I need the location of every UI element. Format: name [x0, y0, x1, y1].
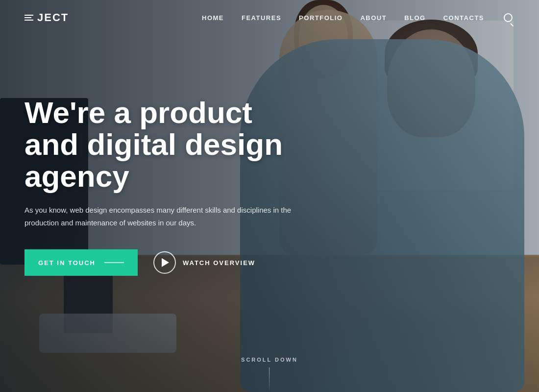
logo-line-1 — [24, 15, 33, 16]
play-triangle-icon — [162, 258, 169, 267]
nav-portfolio[interactable]: PORTFOLIO — [299, 14, 343, 22]
hero-title-line2: and digital design agency — [24, 127, 283, 193]
site-header: JECT HOME FEATURES PORTFOLIO ABOUT BLOG … — [0, 0, 539, 35]
cta-video-label: WATCH OVERVIEW — [183, 259, 255, 267]
logo[interactable]: JECT — [24, 11, 69, 24]
hero-section: JECT HOME FEATURES PORTFOLIO ABOUT BLOG … — [0, 0, 539, 392]
nav-contacts[interactable]: CONTACTS — [443, 14, 484, 22]
nav-blog[interactable]: BLOG — [404, 14, 426, 22]
scroll-line-decoration — [270, 368, 270, 392]
scroll-down-label: SCROLL DOWN — [241, 357, 298, 363]
cta-primary-label: GET IN TOUCH — [38, 259, 96, 267]
logo-line-3 — [24, 20, 33, 21]
hero-content: We're a product and digital design agenc… — [24, 97, 368, 276]
hero-subtitle: As you know, web design encompasses many… — [24, 204, 299, 229]
hero-cta-group: GET IN TOUCH WATCH OVERVIEW — [24, 249, 368, 276]
hero-title-line1: We're a product — [24, 96, 252, 129]
logo-line-2 — [24, 17, 31, 18]
play-circle-icon — [153, 251, 176, 274]
btn-line-decoration — [104, 262, 124, 263]
nav-features[interactable]: FEATURES — [242, 14, 281, 22]
nav-home[interactable]: HOME — [202, 14, 224, 22]
nav-about[interactable]: ABOUT — [360, 14, 387, 22]
cta-video-button[interactable]: WATCH OVERVIEW — [153, 251, 255, 274]
logo-text: JECT — [37, 11, 69, 24]
hero-title: We're a product and digital design agenc… — [24, 97, 368, 192]
cta-primary-button[interactable]: GET IN TOUCH — [24, 249, 138, 276]
logo-icon — [24, 15, 33, 21]
search-button[interactable] — [502, 11, 514, 24]
main-nav: HOME FEATURES PORTFOLIO ABOUT BLOG CONTA… — [202, 11, 514, 24]
search-icon — [504, 13, 513, 22]
scroll-down-indicator[interactable]: SCROLL DOWN — [241, 357, 298, 392]
